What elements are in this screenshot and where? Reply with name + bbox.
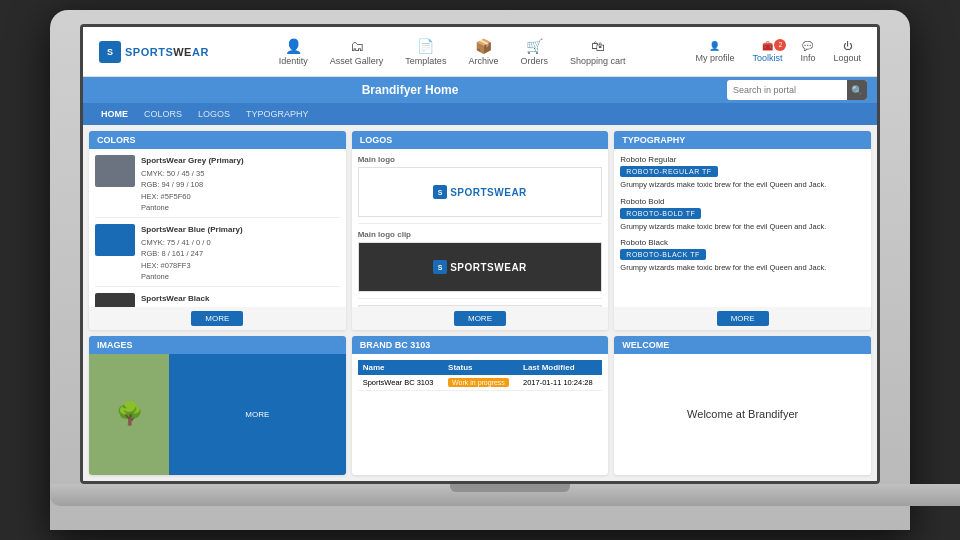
main-logo-clip-label: Main logo clip bbox=[358, 230, 603, 239]
color-row-black: SportsWear Black CMYK: 70 / 64 / 63 / 64… bbox=[95, 293, 340, 307]
logo-divider-1 bbox=[358, 223, 603, 224]
color-rgb-grey: RGB: 94 / 99 / 108 bbox=[141, 179, 244, 190]
color-name-blue: SportsWear Blue (Primary) bbox=[141, 224, 243, 236]
nav-item-asset-gallery[interactable]: 🗂 Asset Gallery bbox=[320, 34, 394, 70]
asset-gallery-icon: 🗂 bbox=[350, 38, 364, 54]
logo-text: sportsWeAR bbox=[125, 46, 209, 58]
logos-card-body: Main logo S SPORTSWEAR Main logo clip S bbox=[352, 149, 609, 307]
colors-card: COLORS SportsWear Grey (Primary) CMYK: 5… bbox=[89, 131, 346, 330]
typography-more-button[interactable]: MORE bbox=[717, 311, 769, 326]
typo-btn-regular[interactable]: ROBOTO-REGULAR TF bbox=[620, 166, 717, 177]
main-logo-label: Main logo bbox=[358, 155, 603, 164]
logo-icon: S bbox=[99, 41, 121, 63]
cell-name: SportsWear BC 3103 bbox=[358, 375, 443, 391]
color-swatch-blue bbox=[95, 224, 135, 256]
page-title: Brandifyer Home bbox=[93, 83, 727, 97]
nav-label-toolkist: Toolkist bbox=[752, 53, 782, 63]
color-pantone-blue: Pantone bbox=[141, 271, 243, 282]
nav-item-archive[interactable]: 📦 Archive bbox=[458, 34, 508, 70]
typo-sample-regular: Grumpy wizards make toxic brew for the e… bbox=[620, 180, 865, 191]
main-logo-box: S bbox=[433, 185, 447, 199]
search-box: 🔍 bbox=[727, 80, 867, 100]
sub-nav-logos[interactable]: LOGOS bbox=[190, 109, 238, 119]
nav-label-identity: Identity bbox=[279, 56, 308, 66]
color-name-grey: SportsWear Grey (Primary) bbox=[141, 155, 244, 167]
typo-row-regular: Roboto Regular ROBOTO-REGULAR TF Grumpy … bbox=[620, 155, 865, 191]
nav-toolkist[interactable]: 🧰 2 Toolkist bbox=[744, 37, 790, 67]
color-row-grey: SportsWear Grey (Primary) CMYK: 50 / 45 … bbox=[95, 155, 340, 218]
col-status: Status bbox=[443, 360, 518, 375]
nav-logout[interactable]: ⏻ Logout bbox=[825, 37, 869, 67]
sub-nav-home[interactable]: HOME bbox=[93, 109, 136, 119]
nav-label-info: Info bbox=[800, 53, 815, 63]
search-input[interactable] bbox=[727, 85, 847, 95]
color-hex-blue: HEX: #078FF3 bbox=[141, 260, 243, 271]
typo-name-black: Roboto Black bbox=[620, 238, 865, 247]
main-logo-dark-box: S bbox=[433, 260, 447, 274]
nav-label-templates: Templates bbox=[405, 56, 446, 66]
nav-label-shopping-cart: Shopping cart bbox=[570, 56, 626, 66]
logo-divider-2 bbox=[358, 298, 603, 299]
color-cmyk-grey: CMYK: 50 / 45 / 35 bbox=[141, 168, 244, 179]
typo-name-bold: Roboto Bold bbox=[620, 197, 865, 206]
app-logo[interactable]: S sportsWeAR bbox=[91, 41, 217, 63]
brand-table-element: Name Status Last Modified SportsWear BC … bbox=[358, 360, 603, 391]
images-card-body: 🌳 MORE bbox=[89, 354, 346, 475]
sub-nav-typography[interactable]: TYPOGRAPHY bbox=[238, 109, 317, 119]
nav-my-profile[interactable]: 👤 My profile bbox=[687, 37, 742, 67]
nav-item-templates[interactable]: 📄 Templates bbox=[395, 34, 456, 70]
templates-icon: 📄 bbox=[417, 38, 434, 54]
typo-btn-bold[interactable]: ROBOTO-BOLD TF bbox=[620, 208, 701, 219]
color-info-grey: SportsWear Grey (Primary) CMYK: 50 / 45 … bbox=[141, 155, 244, 213]
cell-status: Work in progress bbox=[443, 375, 518, 391]
secondary-bar: Brandifyer Home 🔍 bbox=[83, 77, 877, 103]
brand-bc-card: BRAND BC 3103 Name Status Last Modified bbox=[352, 336, 609, 475]
my-profile-icon: 👤 bbox=[709, 41, 720, 51]
main-content: COLORS SportsWear Grey (Primary) CMYK: 5… bbox=[83, 125, 877, 481]
welcome-card-header: WELCOME bbox=[614, 336, 871, 354]
images-card-header: IMAGES bbox=[89, 336, 346, 354]
nav-info[interactable]: 💬 Info bbox=[792, 37, 823, 67]
main-logo-preview: S SPORTSWEAR bbox=[358, 167, 603, 217]
nav-item-identity[interactable]: 👤 Identity bbox=[269, 34, 318, 70]
search-button[interactable]: 🔍 bbox=[847, 80, 867, 100]
color-hex-grey: HEX: #5F5F60 bbox=[141, 191, 244, 202]
typography-card-body: Roboto Regular ROBOTO-REGULAR TF Grumpy … bbox=[614, 149, 871, 307]
logos-card-header: LOGOS bbox=[352, 131, 609, 149]
typo-sample-black: Grumpy wizards make toxic brew for the e… bbox=[620, 263, 865, 274]
laptop-shell: S sportsWeAR 👤 Identity 🗂 Asset Gallery bbox=[50, 10, 910, 530]
archive-icon: 📦 bbox=[475, 38, 492, 54]
sub-nav-colors[interactable]: COLORS bbox=[136, 109, 190, 119]
nav-label-logout: Logout bbox=[833, 53, 861, 63]
orders-icon: 🛒 bbox=[526, 38, 543, 54]
nav-label-my-profile: My profile bbox=[695, 53, 734, 63]
shopping-cart-icon: 🛍 bbox=[591, 38, 605, 54]
image-label: MORE bbox=[245, 410, 269, 419]
welcome-card-body: Welcome at Brandifyer bbox=[614, 354, 871, 475]
colors-more-button[interactable]: MORE bbox=[191, 311, 243, 326]
nav-item-orders[interactable]: 🛒 Orders bbox=[510, 34, 558, 70]
colors-card-footer: MORE bbox=[89, 307, 346, 330]
app-ui: S sportsWeAR 👤 Identity 🗂 Asset Gallery bbox=[83, 27, 877, 481]
colors-card-body: SportsWear Grey (Primary) CMYK: 50 / 45 … bbox=[89, 149, 346, 307]
nav-label-asset-gallery: Asset Gallery bbox=[330, 56, 384, 66]
nav-item-shopping-cart[interactable]: 🛍 Shopping cart bbox=[560, 34, 636, 70]
typo-row-black: Roboto Black ROBOTO-BLACK TF Grumpy wiza… bbox=[620, 238, 865, 274]
main-logo-text: SPORTSWEAR bbox=[450, 187, 527, 198]
typo-btn-black[interactable]: ROBOTO-BLACK TF bbox=[620, 249, 705, 260]
col-modified: Last Modified bbox=[518, 360, 602, 375]
sub-nav: HOME COLORS LOGOS TYPOGRAPHY bbox=[83, 103, 877, 125]
main-logo-inner: S SPORTSWEAR bbox=[433, 185, 527, 199]
table-row: SportsWear BC 3103 Work in progress 2017… bbox=[358, 375, 603, 391]
typography-card-footer: MORE bbox=[614, 307, 871, 330]
nav-right: 👤 My profile 🧰 2 Toolkist 💬 Info ⏻ bbox=[687, 37, 869, 67]
laptop-screen: S sportsWeAR 👤 Identity 🗂 Asset Gallery bbox=[80, 24, 880, 484]
images-card: IMAGES 🌳 MORE bbox=[89, 336, 346, 475]
nav-items: 👤 Identity 🗂 Asset Gallery 📄 Templates 📦… bbox=[217, 34, 688, 70]
toolkist-icon: 🧰 bbox=[762, 41, 773, 51]
logos-more-button[interactable]: MORE bbox=[454, 311, 506, 326]
colors-card-header: COLORS bbox=[89, 131, 346, 149]
info-icon: 💬 bbox=[802, 41, 813, 51]
welcome-text: Welcome at Brandifyer bbox=[687, 408, 798, 420]
typography-card-header: TYPOGRAPHY bbox=[614, 131, 871, 149]
